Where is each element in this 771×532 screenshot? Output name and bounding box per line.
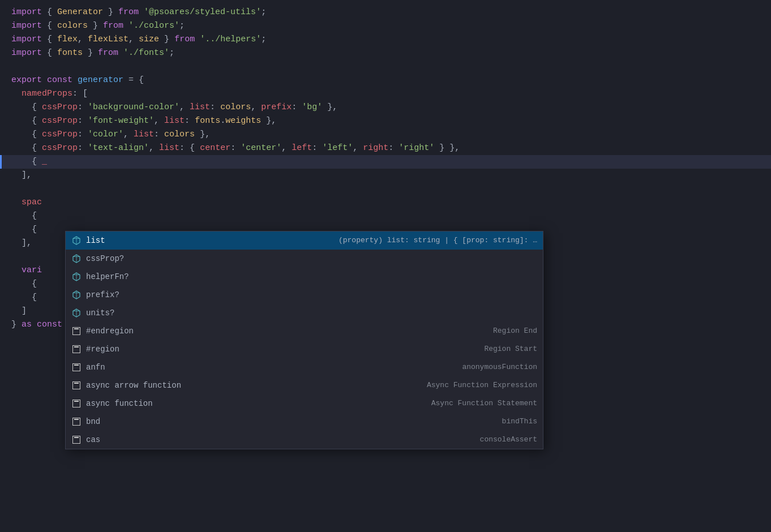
snippet-icon [71, 380, 82, 391]
autocomplete-label: async arrow function [86, 379, 199, 392]
autocomplete-item-async-function[interactable]: async function Async Function Statement [66, 394, 543, 413]
code-line [0, 182, 771, 196]
code-line: import { Generator } from '@psoares/styl… [0, 6, 771, 19]
code-line: import { flex, flexList, size } from '..… [0, 33, 771, 46]
autocomplete-item-helperfn[interactable]: helperFn? [66, 268, 543, 286]
cube-icon [71, 235, 82, 246]
autocomplete-label: units? [86, 307, 199, 319]
autocomplete-item-cssprop[interactable]: cssProp? [66, 250, 543, 268]
cube-icon [71, 308, 82, 318]
code-editor: import { Generator } from '@psoares/styl… [0, 0, 771, 532]
code-line: ], [0, 169, 771, 182]
autocomplete-detail: anonymousFunction [462, 362, 537, 374]
autocomplete-label: anfn [86, 361, 199, 374]
code-line-active: { _ You, 1 second ago • Uncommitted chan… [0, 155, 771, 169]
autocomplete-item-anfn[interactable]: anfn anonymousFunction [66, 358, 543, 376]
autocomplete-label: bnd [86, 415, 199, 428]
autocomplete-item-async-arrow[interactable]: async arrow function Async Function Expr… [66, 376, 543, 394]
autocomplete-label: helperFn? [86, 271, 199, 283]
code-line: { cssProp: 'background-color', list: col… [0, 101, 771, 114]
autocomplete-detail: Async Function Expression [427, 380, 537, 392]
snippet-icon [71, 398, 82, 409]
autocomplete-label: async function [86, 397, 199, 410]
autocomplete-label: cssProp? [86, 252, 199, 265]
code-line: spac [0, 196, 771, 209]
code-line: { cssProp: 'text-align', list: { center:… [0, 141, 771, 155]
keyword-import: import [11, 6, 42, 19]
autocomplete-dropdown[interactable]: list (property) list: string | { [prop: … [65, 231, 543, 449]
code-line [0, 60, 771, 74]
cube-icon [71, 290, 82, 300]
autocomplete-label: cas [86, 434, 199, 446]
snippet-icon [71, 326, 82, 336]
autocomplete-item-region[interactable]: #region Region Start [66, 340, 543, 358]
snippet-icon [71, 344, 82, 354]
snippet-icon [71, 435, 82, 445]
code-line: { [0, 209, 771, 223]
autocomplete-item-bnd[interactable]: bnd bindThis [66, 413, 543, 431]
autocomplete-item-units[interactable]: units? [66, 304, 543, 322]
autocomplete-detail: Region Start [484, 344, 537, 355]
code-line: namedProps: [ [0, 87, 771, 101]
snippet-icon [71, 362, 82, 372]
code-line: import { colors } from './colors'; [0, 19, 771, 33]
autocomplete-label: list [86, 234, 199, 247]
snippet-icon [71, 417, 82, 427]
autocomplete-detail: (property) list: string | { [prop: strin… [339, 235, 537, 247]
autocomplete-item-list[interactable]: list (property) list: string | { [prop: … [66, 231, 543, 250]
autocomplete-label: prefix? [86, 289, 199, 301]
autocomplete-item-cas[interactable]: cas consoleAssert [66, 431, 543, 449]
cube-icon [71, 272, 82, 282]
autocomplete-detail: bindThis [502, 416, 537, 428]
code-line: import { fonts } from './fonts'; [0, 46, 771, 60]
autocomplete-detail: Region End [493, 325, 537, 337]
code-area: import { Generator } from '@psoares/styl… [0, 0, 771, 337]
code-line: export const generator = { [0, 74, 771, 87]
code-line: { cssProp: 'color', list: colors }, [0, 128, 771, 141]
autocomplete-detail: Async Function Statement [431, 398, 537, 410]
autocomplete-item-prefix[interactable]: prefix? [66, 286, 543, 304]
autocomplete-label: #endregion [86, 325, 199, 337]
cube-icon [71, 254, 82, 264]
autocomplete-item-endregion[interactable]: #endregion Region End [66, 322, 543, 340]
autocomplete-label: #region [86, 343, 199, 355]
autocomplete-detail: consoleAssert [480, 434, 537, 446]
code-line: { cssProp: 'font-weight', list: fonts.we… [0, 114, 771, 128]
